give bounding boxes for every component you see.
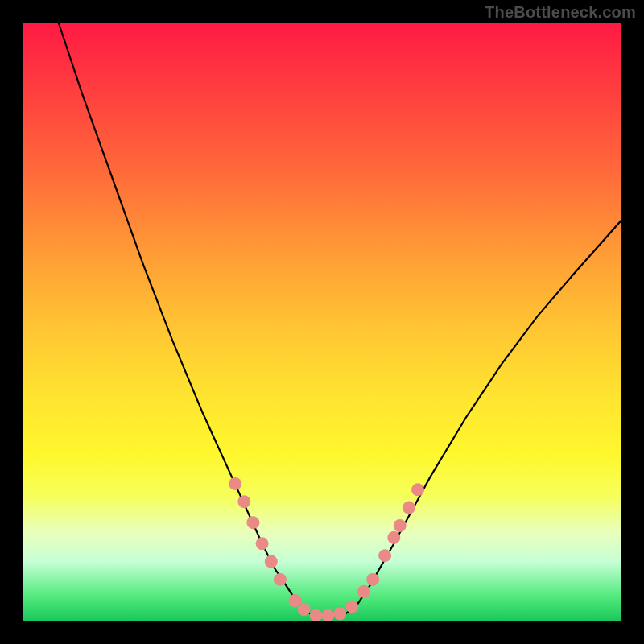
highlight-dot [310,609,323,621]
highlight-dot [366,573,379,586]
highlight-dot [357,585,370,598]
highlight-dot [229,477,242,490]
bottleneck-curve-path [59,23,621,617]
highlight-dot [333,607,346,620]
highlight-dot [378,549,391,562]
watermark-text: TheBottleneck.com [485,3,636,22]
highlight-dot [394,519,407,532]
highlight-dot [402,502,415,514]
highlight-dot [237,495,250,508]
highlight-dot [387,531,400,544]
chart-frame: TheBottleneck.com [0,0,644,644]
highlight-dot [265,555,278,568]
highlight-dot [411,483,424,496]
curve-svg [23,23,621,621]
plot-area [23,23,621,621]
highlight-dot [298,603,311,616]
highlight-dot [321,609,334,621]
highlight-dots-group [229,477,424,621]
highlight-dot [256,537,269,550]
highlight-dot [345,600,358,613]
highlight-dot [246,516,259,529]
highlight-dot [274,573,287,586]
